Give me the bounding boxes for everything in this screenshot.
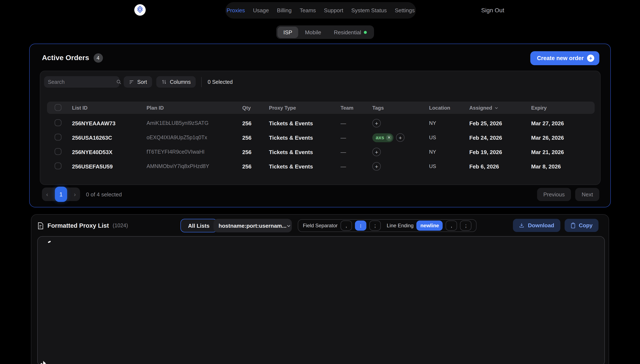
create-new-order-button[interactable]: Create new order + [530, 51, 599, 65]
col-header-assigned[interactable]: Assigned [469, 105, 531, 111]
row-checkbox[interactable] [55, 119, 62, 126]
cell-list-id: 256USEFA5U59 [72, 163, 147, 170]
active-orders-count-badge: 4 [93, 53, 103, 63]
all-lists-button[interactable]: All Lists [180, 219, 217, 232]
brand-logo[interactable] [134, 4, 146, 16]
residential-status-dot [364, 31, 367, 34]
separator-colon-chip[interactable]: : [355, 220, 366, 231]
proxy-list-header: Formatted Proxy List (1024) All Lists ho… [37, 219, 603, 232]
remove-tag-icon[interactable]: ✕ [386, 134, 392, 141]
sign-out-button[interactable]: Sign Out [481, 7, 504, 14]
proxy-list-textarea[interactable] [37, 236, 605, 364]
cell-proxy-type: Tickets & Events [269, 134, 341, 141]
pagination: ‹ 1 › 0 of 4 selected [42, 188, 122, 201]
row-checkbox[interactable] [55, 134, 62, 140]
tab-residential[interactable]: Residential [328, 26, 373, 38]
nav-item-teams[interactable]: Teams [300, 7, 316, 14]
app-root: Proxies Usage Billing Teams Support Syst… [0, 0, 640, 364]
table-row[interactable]: 256NYEAAAW73 AmiK1EbLUB5ynI9zSATG 256 Ti… [47, 116, 595, 130]
document-icon [37, 222, 44, 229]
search-input[interactable] [48, 79, 116, 85]
cell-list-id: 256NYEAAAW73 [72, 120, 147, 126]
pagination-pill: ‹ 1 › [42, 188, 80, 201]
orders-table-card: Sort Columns 0 Selected List ID Plan ID … [40, 71, 600, 185]
tab-mobile[interactable]: Mobile [299, 26, 327, 38]
separator-semicolon-chip[interactable]: ; [369, 220, 381, 231]
columns-label: Columns [170, 79, 191, 85]
add-tag-button[interactable]: + [372, 119, 381, 128]
add-tag-button[interactable]: + [372, 162, 381, 170]
cell-qty: 256 [242, 120, 269, 126]
cell-location: US [429, 134, 469, 140]
nav-item-settings[interactable]: Settings [395, 7, 415, 14]
proxy-list-count: (1024) [113, 223, 128, 228]
tag-label: axs [376, 134, 384, 140]
cell-team: — [341, 163, 372, 170]
mouse-cursor [42, 360, 48, 364]
cell-assigned: Feb 25, 2026 [469, 120, 531, 126]
col-header-proxy-type: Proxy Type [269, 105, 341, 111]
format-dropdown[interactable]: hostname:port:usernam... [214, 219, 292, 232]
line-ending-newline-chip[interactable]: newline [417, 220, 443, 231]
export-buttons: Download Copy [513, 219, 598, 232]
nav-item-billing[interactable]: Billing [277, 7, 292, 14]
add-tag-button[interactable]: + [372, 148, 381, 156]
line-ending-comma-chip[interactable]: , [446, 220, 457, 231]
copy-button[interactable]: Copy [564, 219, 598, 232]
table-row[interactable]: 256NYE40D53X fT6TEYFI4R9ce0VIwaHI 256 Ti… [47, 145, 595, 159]
cell-list-id: 256USA16263C [72, 134, 147, 141]
nav-item-support[interactable]: Support [324, 7, 343, 14]
sort-button[interactable]: Sort [124, 76, 152, 88]
tag-chip-axs: axs ✕ [372, 133, 393, 142]
col-header-plan-id: Plan ID [147, 105, 242, 111]
previous-button[interactable]: Previous [537, 188, 571, 201]
sort-label: Sort [137, 79, 147, 85]
prev-page-arrow[interactable]: ‹ [46, 191, 48, 198]
columns-button[interactable]: Columns [156, 76, 196, 88]
nav-item-system-status[interactable]: System Status [351, 7, 387, 14]
add-tag-button[interactable]: + [396, 133, 404, 142]
orders-toolbar: Sort Columns 0 Selected [44, 76, 233, 88]
row-checkbox[interactable] [55, 148, 62, 155]
main-nav: Proxies Usage Billing Teams Support Syst… [225, 2, 416, 18]
pagination-buttons: Previous Next [537, 188, 599, 201]
col-header-expiry: Expiry [531, 105, 595, 111]
columns-swap-icon [161, 79, 167, 85]
chevron-down-icon [494, 106, 498, 110]
next-page-arrow[interactable]: › [74, 191, 76, 198]
selected-count-label: 0 Selected [208, 79, 233, 85]
cell-plan-id: oEXQ4IXIA9UpZ5p1q0Tx [147, 134, 242, 140]
cell-expiry: Mar 8, 2026 [531, 163, 595, 170]
row-checkbox[interactable] [55, 162, 62, 169]
format-dropdown-value: hostname:port:usernam... [219, 222, 287, 229]
nav-item-usage[interactable]: Usage [253, 7, 269, 14]
col-header-qty: Qty [242, 105, 269, 111]
chevron-down-icon [287, 223, 291, 228]
download-button[interactable]: Download [513, 219, 560, 232]
active-orders-title: Active Orders [42, 54, 89, 62]
cell-proxy-type: Tickets & Events [269, 149, 341, 155]
search-box[interactable] [44, 76, 120, 88]
cell-proxy-type: Tickets & Events [269, 163, 341, 170]
line-ending-label: Line Ending [387, 223, 414, 228]
page-1-button[interactable]: 1 [55, 187, 67, 202]
tab-isp[interactable]: ISP [277, 26, 298, 38]
select-all-checkbox[interactable] [55, 104, 62, 111]
cell-location: US [429, 164, 469, 169]
cell-team: — [341, 134, 372, 141]
tab-residential-label: Residential [334, 29, 361, 35]
cell-qty: 256 [242, 149, 269, 155]
table-row[interactable]: 256USEFA5U59 AMNMObviY7iq8xPHzd8Y 256 Ti… [47, 159, 595, 174]
cell-list-id: 256NYE40D53X [72, 149, 147, 155]
cell-location: NY [429, 120, 469, 126]
next-button[interactable]: Next [575, 188, 599, 201]
table-row[interactable]: 256USA16263C oEXQ4IXIA9UpZ5p1q0Tx 256 Ti… [47, 130, 595, 145]
cell-location: NY [429, 149, 469, 155]
nav-item-proxies[interactable]: Proxies [227, 7, 245, 14]
cell-proxy-type: Tickets & Events [269, 120, 341, 126]
line-ending-semicolon-chip[interactable]: ; [460, 220, 472, 231]
sort-icon [129, 79, 134, 85]
cell-assigned: Feb 19, 2026 [469, 149, 531, 155]
cell-team: — [341, 120, 372, 126]
separator-comma-chip[interactable]: , [341, 220, 352, 231]
